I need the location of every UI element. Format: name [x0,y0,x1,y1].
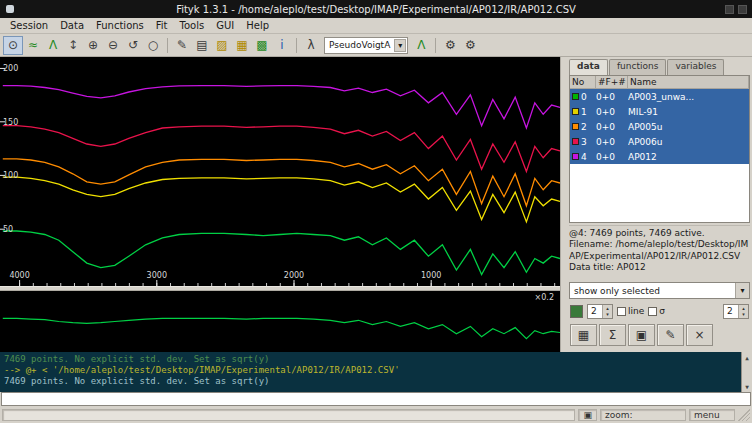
console-line: 7469 points. No explicit std. dev. Set a… [4,354,748,365]
range-tool[interactable]: ≈ [23,36,43,55]
menu-item-tools[interactable]: Tools [174,19,211,32]
x-axis-tick-label: 4000 [9,271,29,280]
column-header: Name [628,76,749,88]
spin-down-icon[interactable]: ▾ [603,311,612,317]
app-icon [6,5,14,13]
scroll-up-icon[interactable]: ▲ [745,352,749,363]
peak-draw-tool[interactable]: Λ [43,36,63,55]
main-plot-canvas[interactable]: 400030002000100020015010050 [0,57,560,286]
point-size-spinner[interactable]: 2 ▴▾ [587,304,613,319]
line-checkbox-label: line [628,306,644,316]
row-number-cell: 0 [570,92,596,102]
dataset-color-swatch [572,153,579,160]
table-row[interactable]: 00+0AP003_unwa... [570,89,749,104]
data-table-button[interactable]: ▦ [570,324,597,346]
console-line: 7469 points. No explicit std. dev. Set a… [4,376,748,387]
session-script-button[interactable]: ✎ [172,36,192,55]
zoom-prev-tool[interactable]: ↺ [123,36,143,55]
command-input[interactable] [1,392,751,406]
spin-down-icon[interactable]: ▾ [739,311,748,317]
sigma-checkbox-label: σ [659,306,665,316]
column-header: #F+# [596,76,628,88]
point-size-value: 2 [588,305,602,318]
tab-data[interactable]: data [569,59,608,75]
dataset-filename: Filename: /home/aleplo/test/Desktop/IMAP… [569,239,750,262]
resize-grip[interactable] [738,409,750,421]
open-file-button[interactable]: ▨ [212,36,232,55]
guess-peak-button[interactable]: λ [301,36,321,55]
row-fz-cell: 0+0 [596,122,628,132]
copy-data-button[interactable]: ▣ [628,324,655,346]
tab-functions[interactable]: functions [609,59,666,75]
fit-settings-button[interactable]: ⚙ [460,36,480,55]
console-scrollbar[interactable]: ▲▼ [741,352,752,392]
y-axis-tick-label: 50 [3,225,13,234]
table-row[interactable]: 20+0AP005u [570,119,749,134]
info-button[interactable]: i [272,36,292,55]
command-row [0,392,752,407]
line-checkbox[interactable]: line [617,306,644,316]
statusbar: ▣ zoom: menu [0,407,752,423]
tab-variables[interactable]: variables [667,59,724,75]
show-filter-dropdown[interactable]: show only selected ▾ [569,282,750,299]
save-session-button[interactable]: ▦ [232,36,252,55]
show-filter-value: show only selected [570,286,735,296]
menu-item-fit[interactable]: Fit [150,19,174,32]
menu-item-gui[interactable]: GUI [210,19,240,32]
menu-item-functions[interactable]: Functions [90,19,150,32]
sigma-checkbox[interactable]: σ [648,306,665,316]
menu-item-data[interactable]: Data [54,19,90,32]
zoom-out-tool[interactable]: ⊖ [103,36,123,55]
chevron-down-icon: ▾ [394,39,406,52]
aux-diff-line [3,318,560,338]
menu-item-session[interactable]: Session [4,19,54,32]
vertical-drag-tool[interactable]: ↕ [63,36,83,55]
table-row[interactable]: 30+0AP006u [570,134,749,149]
sum-button[interactable]: Σ [599,324,626,346]
data-editor-button[interactable]: ▤ [192,36,212,55]
row-number: 4 [581,152,587,162]
spectrum-line [3,231,560,275]
menu-item-help[interactable]: Help [240,19,275,32]
dataset-title: Data title: AP012 [569,262,750,273]
zoom-in-tool[interactable]: ⊕ [83,36,103,55]
plot-export-button[interactable]: ▩ [252,36,272,55]
add-function-button[interactable]: Λ [411,36,431,55]
table-row[interactable]: 40+0AP012 [570,149,749,164]
right-spinner[interactable]: 2 ▴▾ [723,304,749,319]
window-controls [725,5,747,14]
row-fz-cell: 0+0 [596,152,628,162]
close-icon[interactable] [738,5,747,14]
scroll-down-icon[interactable]: ▼ [745,381,749,392]
row-number-cell: 1 [570,107,596,117]
main-content: 400030002000100020015010050 ×0.2 datafun… [0,57,752,352]
zoom-all-tool[interactable]: ○ [143,36,163,55]
vertical-splitter[interactable] [560,57,567,352]
right-spinner-value: 2 [724,305,738,318]
dataset-name: AP005u [628,122,749,132]
row-number: 1 [581,107,587,117]
row-number: 0 [581,92,587,102]
line-checkbox-box [617,307,626,316]
toolbar-separator [435,38,436,53]
draw-button[interactable]: ✎ [657,324,684,346]
zoom-select-tool[interactable]: ⊙ [3,36,23,55]
point-color-button[interactable] [570,305,583,318]
aux-plot-canvas[interactable]: ×0.2 [0,291,560,352]
statusbar-menu-button[interactable]: menu [689,409,735,421]
minimize-icon[interactable] [725,5,734,14]
table-row[interactable]: 10+0MIL-91 [570,104,749,119]
dataset-color-swatch [572,138,579,145]
spinner-arrows: ▴▾ [738,305,748,318]
spinner-arrows: ▴▾ [602,305,612,318]
function-type-dropdown[interactable]: PseudoVoigtA▾ [324,37,408,54]
spectrum-line [3,159,560,206]
x-axis-tick-label: 3000 [147,271,167,280]
fit-run-button[interactable]: ⚙ [440,36,460,55]
dataset-color-swatch [572,108,579,115]
delete-data-button[interactable]: × [686,324,713,346]
zoom-status-field: zoom: [600,409,686,421]
menubar: SessionDataFunctionsFitToolsGUIHelp [0,18,752,34]
y-axis-tick-label: 150 [3,117,18,126]
row-number-cell: 3 [570,137,596,147]
